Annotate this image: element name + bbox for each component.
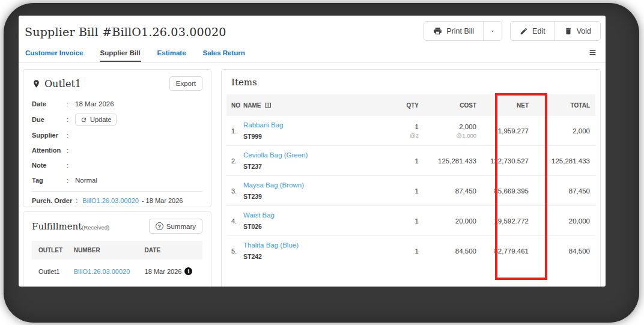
columns-icon[interactable] — [264, 102, 272, 109]
page-title: Supplier Bill #BillO1.26.03.00020 — [25, 25, 226, 38]
tab-estimate[interactable]: Estimate — [157, 48, 187, 62]
item-net: 19,592.772 — [476, 217, 529, 225]
tag-label: Tag — [32, 177, 67, 184]
colon: : — [67, 162, 75, 169]
item-name-link[interactable]: Waist Bag — [243, 211, 357, 219]
item-total: 125,281.433 — [529, 157, 590, 165]
col-header-no: NO — [226, 94, 243, 116]
item-row-5: 5. Thalita Bag (Blue) ST242 1 84,500 82,… — [226, 236, 595, 266]
fulfillment-subtitle: (Received) — [82, 224, 109, 231]
item-row-1: 1. Rabbani Bag ST999 1@2 2,000@1,000 1,9… — [226, 116, 595, 146]
item-qty: 1 — [357, 157, 419, 165]
item-qty: 1 — [357, 217, 419, 225]
print-button-group: Print Bill — [424, 21, 502, 41]
print-bill-button[interactable]: Print Bill — [424, 22, 483, 40]
fulfillment-title-text: Fulfillment — [32, 221, 82, 232]
items-table: NO NAME QTY COST — [226, 94, 595, 266]
outlet-title: Outlet1 — [32, 78, 81, 90]
col-header-name: NAME — [243, 94, 357, 116]
chevron-down-icon — [490, 28, 496, 34]
date-value: 18 Mar 2026 — [75, 100, 114, 108]
printer-icon — [433, 26, 442, 35]
item-no: 5. — [226, 236, 243, 266]
item-no: 2. — [226, 146, 243, 176]
fulfillment-title-row: Fulfillment(Received) ? Summary — [32, 219, 202, 234]
info-icon[interactable]: i — [184, 267, 192, 275]
item-cost: 2,000 — [419, 123, 476, 130]
item-qty: 1 — [357, 187, 419, 195]
summary-label: Summary — [166, 223, 196, 230]
fulfillment-date: 18 Mar 2026 — [145, 268, 182, 275]
tab-customer-invoice[interactable]: Customer Invoice — [25, 48, 84, 62]
item-qty: 1 — [357, 123, 419, 130]
item-total: 2,000 — [529, 127, 590, 135]
col-header-outlet: OUTLET — [32, 241, 67, 260]
fulfillment-table: OUTLET NUMBER DATE Outlet1 BillO1.26.03.… — [32, 241, 202, 281]
purchase-order-label: Purch. Order — [32, 197, 72, 204]
item-net: 82,779.461 — [476, 248, 529, 255]
item-code: ST999 — [243, 133, 357, 140]
item-cost: 84,500 — [419, 248, 476, 255]
item-no: 4. — [226, 206, 243, 236]
item-net: 1,959.277 — [476, 127, 529, 135]
attention-label: Attention — [32, 147, 67, 154]
summary-button[interactable]: ? Summary — [149, 219, 202, 234]
stage: Supplier Bill #BillO1.26.03.00020 Print … — [0, 0, 644, 325]
items-header-row: NO NAME QTY COST — [226, 94, 595, 116]
tab-sales-return[interactable]: Sales Return — [202, 48, 246, 62]
colon: : — [67, 132, 75, 139]
content-area: Outlet1 Export Date : 18 Mar 2026 Due : — [19, 63, 606, 287]
edit-label: Edit — [532, 27, 545, 35]
due-label: Due — [32, 116, 67, 123]
detail-row-due: Due : Update — [32, 114, 202, 126]
item-name-link[interactable]: Thalita Bag (Blue) — [243, 241, 357, 249]
item-code: ST239 — [243, 193, 357, 200]
update-due-button[interactable]: Update — [75, 114, 117, 126]
detail-row-supplier: Supplier : — [32, 129, 202, 141]
fulfillment-panel: Fulfillment(Received) ? Summary OUTLET N… — [23, 211, 211, 287]
item-cost: 125,281.433 — [419, 157, 476, 165]
menu-hamburger-icon[interactable] — [588, 48, 597, 56]
item-no: 1. — [226, 116, 243, 146]
detail-row-date: Date : 18 Mar 2026 — [32, 98, 202, 110]
item-cost: 87,450 — [419, 187, 476, 195]
colon: : — [67, 116, 75, 123]
purchase-order-link[interactable]: BillO1.26.03.00020 — [82, 197, 139, 204]
print-options-caret[interactable] — [483, 22, 502, 40]
colon: : — [67, 147, 75, 154]
detail-row-tag: Tag : Normal — [32, 174, 202, 186]
outlet-details: Date : 18 Mar 2026 Due : Update — [32, 98, 202, 186]
export-button[interactable]: Export — [169, 76, 202, 91]
edit-button[interactable]: Edit — [511, 22, 554, 40]
void-label: Void — [577, 27, 591, 35]
app-header: Supplier Bill #BillO1.26.03.00020 Print … — [19, 16, 606, 48]
question-circle-icon: ? — [156, 222, 163, 230]
edit-pencil-icon — [520, 27, 528, 35]
detail-row-attention: Attention : — [32, 144, 202, 156]
tabs-row: Customer Invoice Supplier Bill Estimate … — [19, 48, 606, 63]
colon: : — [76, 197, 77, 204]
tab-supplier-bill[interactable]: Supplier Bill — [100, 48, 141, 62]
item-name-link[interactable]: Maysa Bag (Brown) — [243, 181, 357, 189]
app-screen: Supplier Bill #BillO1.26.03.00020 Print … — [19, 16, 606, 287]
item-total: 84,500 — [529, 248, 590, 255]
fulfillment-title: Fulfillment(Received) — [32, 221, 109, 232]
fulfillment-number-link[interactable]: BillO1.26.03.00020 — [74, 268, 130, 275]
col-header-number: NUMBER — [67, 241, 138, 260]
col-header-total: TOTAL — [529, 94, 595, 116]
item-name-link[interactable]: Rabbani Bag — [243, 121, 357, 129]
tabs: Customer Invoice Supplier Bill Estimate … — [25, 48, 246, 62]
item-name-link[interactable]: Ceviolla Bag (Green) — [243, 151, 357, 159]
item-code: ST242 — [243, 253, 357, 260]
date-label: Date — [32, 100, 67, 108]
note-label: Note — [32, 162, 67, 169]
fulfillment-row: Outlet1 BillO1.26.03.00020 18 Mar 2026 i — [32, 260, 202, 281]
void-button[interactable]: Void — [554, 22, 600, 40]
detail-row-note: Note : — [32, 159, 202, 171]
item-cost: 20,000 — [419, 217, 476, 225]
refresh-icon — [80, 117, 87, 123]
items-panel: Items NO NAME — [221, 69, 601, 287]
item-code: ST237 — [243, 163, 357, 170]
location-pin-icon — [32, 79, 41, 88]
items-title: Items — [231, 77, 591, 88]
